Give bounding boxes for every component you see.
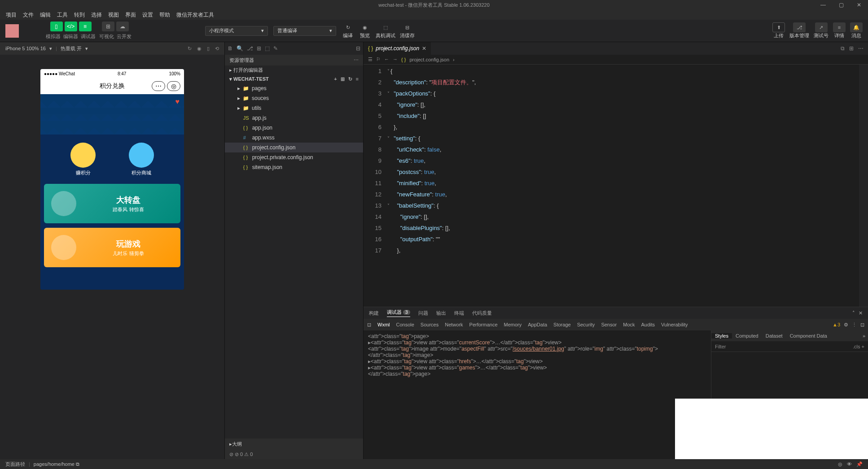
forward-icon[interactable]: → <box>393 56 398 62</box>
file-item[interactable]: ▸ 📁utils <box>225 103 363 113</box>
breadcrumb[interactable]: project.config.json <box>409 57 449 62</box>
detail-button[interactable]: ≡详情 <box>833 22 846 39</box>
file-item[interactable]: JSapp.js <box>225 113 363 123</box>
more-icon[interactable]: ⋯ <box>858 45 864 52</box>
menu-item[interactable]: 编辑 <box>37 11 54 19</box>
panel-tab[interactable]: 问题 <box>418 310 428 317</box>
project-section[interactable]: ▾ WECHAT-TEST + ⊞ ↻ ≡ <box>225 75 363 83</box>
code-editor[interactable]: ˅12˅3456˅789101112˅1314151617 { "descrip… <box>364 65 868 307</box>
back-icon[interactable]: ← <box>384 56 389 62</box>
preview-button[interactable]: ◉预览 <box>359 22 371 39</box>
minimize-icon[interactable]: — <box>814 2 832 8</box>
version-button[interactable]: ⎇版本管理 <box>789 22 809 39</box>
menu-item[interactable]: 界面 <box>122 11 139 19</box>
dev-tab[interactable]: Security <box>577 322 595 327</box>
collapse-icon[interactable]: ⊟ <box>356 45 360 52</box>
more-icon[interactable]: ⋯ <box>354 57 359 63</box>
cls-button[interactable]: .cls <box>853 344 860 349</box>
dev-tab[interactable]: Network <box>445 322 463 327</box>
outline-section[interactable]: ▸ 大纲 <box>225 439 363 449</box>
panel-tab[interactable]: 终端 <box>454 310 464 317</box>
menu-item[interactable]: 帮助 <box>156 11 173 19</box>
cube-icon[interactable]: ⬚ <box>265 45 270 52</box>
editor-button[interactable]: </> <box>65 22 77 31</box>
file-item[interactable]: #app.wxss <box>225 133 363 143</box>
panel-tab[interactable]: 输出 <box>436 310 446 317</box>
search-icon[interactable]: 🔍 <box>237 45 243 52</box>
clear-cache-button[interactable]: ⊟清缓存 <box>400 22 415 39</box>
styles-tab[interactable]: Computed <box>732 333 762 339</box>
inspect-icon[interactable]: ⊡ <box>367 322 371 328</box>
file-item[interactable]: ▸ 📁souces <box>225 93 363 103</box>
menu-item[interactable]: 文件 <box>20 11 37 19</box>
copy-icon[interactable]: ⧉ <box>76 461 79 467</box>
debugger-button[interactable]: ≡ <box>79 22 92 31</box>
open-editors-section[interactable]: ▸ 打开的编辑器 <box>225 65 363 75</box>
file-item[interactable]: { }app.json <box>225 123 363 133</box>
device-icon[interactable]: ▯ <box>207 46 210 52</box>
visual-button[interactable]: ⊞ <box>102 22 114 31</box>
close-tab-icon[interactable]: ✕ <box>422 45 426 52</box>
simulator-button[interactable]: ▯ <box>50 22 63 31</box>
refresh-icon[interactable]: ↻ <box>348 76 352 82</box>
ext-icon[interactable]: ⊞ <box>257 45 261 52</box>
record-icon[interactable]: ◉ <box>197 46 202 52</box>
target-icon[interactable]: ◎ <box>838 461 842 467</box>
add-icon[interactable]: + <box>862 344 864 349</box>
close-icon[interactable]: ✕ <box>850 2 868 8</box>
styles-tab[interactable]: Dataset <box>762 333 786 339</box>
compile-select[interactable]: 普通编译▾ <box>273 26 336 36</box>
target-icon[interactable]: ◎ <box>167 81 180 91</box>
new-folder-icon[interactable]: ⊞ <box>341 76 345 82</box>
close-panel-icon[interactable]: ✕ <box>859 310 863 316</box>
layout-icon[interactable]: ⊞ <box>849 45 854 52</box>
file-item[interactable]: { }project.private.config.json <box>225 152 363 162</box>
compile-button[interactable]: ↻编译 <box>342 22 354 39</box>
device-select[interactable]: iPhone 5 100% 16 <box>5 46 46 51</box>
filter-input[interactable]: Filter <box>715 344 726 349</box>
dev-tab[interactable]: Sources <box>421 322 438 327</box>
mode-select[interactable]: 小程序模式▾ <box>205 26 268 36</box>
menu-item[interactable]: 设置 <box>139 11 156 19</box>
dev-tab[interactable]: Audits <box>641 322 655 327</box>
upload-button[interactable]: ⬆上传 <box>772 22 785 39</box>
gear-icon[interactable]: ⚙ <box>844 322 848 328</box>
files-icon[interactable]: 🗎 <box>228 45 233 52</box>
elements-tree[interactable]: <attr">class="tag">page>▸<attr">class="t… <box>364 330 711 459</box>
panel-tab[interactable]: 构建 <box>369 310 379 317</box>
new-file-icon[interactable]: + <box>334 76 337 82</box>
menu-icon[interactable]: ⋮ <box>852 322 857 328</box>
brush-icon[interactable]: ✎ <box>273 45 278 52</box>
error-icon[interactable]: ⊘ <box>229 452 233 457</box>
dev-tab[interactable]: Storage <box>553 322 571 327</box>
dock-icon[interactable]: ⊡ <box>860 322 864 328</box>
dev-tab[interactable]: Wxml <box>377 322 390 327</box>
panel-tab[interactable]: 代码质量 <box>472 310 492 317</box>
branch-icon[interactable]: ⎇ <box>247 45 253 52</box>
phone-simulator[interactable]: ●●●●● WeChat8:47100% 积分兑换 ⋯◎ ♥ 赚积分 积分商城 … <box>40 69 184 290</box>
menu-item[interactable]: 视图 <box>105 11 122 19</box>
dev-tab[interactable]: AppData <box>528 322 547 327</box>
split-icon[interactable]: ⧉ <box>841 45 845 52</box>
game-card[interactable]: 玩游戏儿时乐 猜剪拳 <box>44 228 180 267</box>
bookmark-icon[interactable]: ⚐ <box>376 56 381 62</box>
remote-debug-button[interactable]: ⬚真机调试 <box>376 22 395 39</box>
pin-icon[interactable]: 📌 <box>856 461 863 467</box>
styles-tab[interactable]: Component Data <box>786 333 831 339</box>
menu-item[interactable]: 微信开发者工具 <box>173 11 217 19</box>
rotate-icon[interactable]: ⟲ <box>215 46 219 52</box>
panel-tab[interactable]: 调试器 3 <box>387 309 410 317</box>
refresh-icon[interactable]: ↻ <box>188 46 192 52</box>
menu-item[interactable]: 工具 <box>54 11 71 19</box>
minimap[interactable] <box>859 65 868 307</box>
cloud-button[interactable]: ☁ <box>116 22 129 31</box>
test-button[interactable]: ↗测试号 <box>814 22 829 39</box>
chevron-right-icon[interactable]: » <box>859 333 868 339</box>
maximize-icon[interactable]: ▢ <box>832 2 850 8</box>
menu-item[interactable]: 项目 <box>3 11 20 19</box>
chevron-up-icon[interactable]: ˄ <box>852 310 855 316</box>
file-item[interactable]: ▸ 📁pages <box>225 83 363 93</box>
menu-item[interactable]: 选择 <box>88 11 105 19</box>
styles-tab[interactable]: Styles <box>711 333 732 339</box>
reload-toggle[interactable]: 热重载 开 <box>61 45 82 52</box>
